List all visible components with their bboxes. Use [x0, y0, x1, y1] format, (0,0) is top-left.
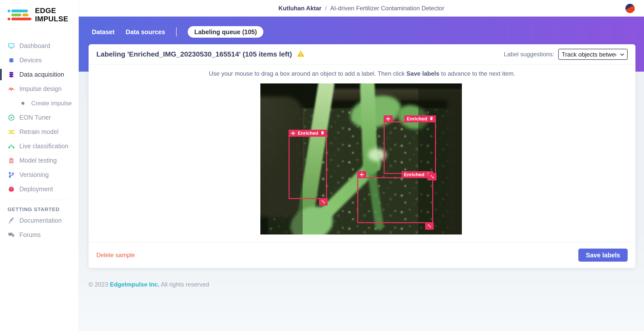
bounding-box[interactable]: Enriched: [357, 177, 433, 223]
footer-company-link[interactable]: EdgeImpulse Inc.: [110, 281, 159, 288]
box-label: Enriched: [404, 172, 424, 177]
sidebar-item-versioning[interactable]: Versioning: [0, 168, 78, 182]
sidebar-item-devices[interactable]: Devices: [0, 53, 78, 67]
sidebar-item-label: Dashboard: [19, 42, 50, 50]
labeling-card: Labeling 'Enriched_IMG_20230530_165514' …: [89, 44, 635, 268]
sidebar-item-deployment[interactable]: Deployment: [0, 182, 78, 196]
sidebar-item-label: Deployment: [19, 185, 53, 193]
instruction-bold: Save labels: [407, 70, 439, 77]
dot-icon: [21, 100, 25, 107]
instruction-pre: Use your mouse to drag a box around an o…: [209, 70, 406, 77]
box-label-tag[interactable]: Enriched: [295, 130, 327, 137]
sidebar-item-data-acquisition[interactable]: Data acquisition: [0, 67, 78, 82]
sidebar-item-live-classification[interactable]: Live classification: [0, 139, 78, 153]
bounding-box[interactable]: Enriched: [384, 121, 436, 174]
tab-labeling-queue[interactable]: Labeling queue (105): [188, 26, 263, 38]
sidebar-item-label: Model testing: [19, 157, 57, 164]
move-handle-icon[interactable]: [384, 115, 393, 122]
box-label: Enriched: [407, 116, 427, 122]
sidebar-item-model-testing[interactable]: Model testing: [0, 153, 78, 168]
resize-handle-icon[interactable]: [425, 222, 434, 230]
label-suggestions: Label suggestions: Track objects between…: [504, 49, 628, 60]
tab-bar: Dataset Data sources Labeling queue (105…: [92, 26, 263, 38]
breadcrumb-separator: /: [325, 5, 327, 12]
trash-icon[interactable]: [320, 130, 325, 136]
logo-bar: [11, 10, 28, 12]
sample-image[interactable]: EnrichedEnrichedEnriched: [260, 83, 462, 234]
move-handle-icon[interactable]: [357, 171, 366, 178]
instruction-text: Use your mouse to drag a box around an o…: [89, 70, 635, 77]
resize-handle-icon[interactable]: [319, 198, 328, 206]
sidebar-item-label: EON Tuner: [19, 114, 51, 121]
footer-copyright: © 2023: [89, 281, 108, 288]
resize-handle-icon[interactable]: [428, 173, 436, 180]
sidebar-item-eon-tuner[interactable]: EON Tuner: [0, 110, 78, 125]
sidebar-item-label: Retrain model: [19, 128, 59, 135]
waveform-icon: [8, 85, 15, 93]
page-footer: © 2023 EdgeImpulse Inc. All rights reser…: [89, 281, 209, 288]
bounding-box[interactable]: Enriched: [289, 136, 327, 199]
logo-dot: [8, 10, 10, 12]
box-label: Enriched: [298, 130, 318, 136]
shuffle-icon: [8, 128, 15, 136]
sidebar-nav: Dashboard Devices Data acquisition Impul…: [0, 39, 78, 242]
sidebar-item-label: Create impulse: [31, 100, 72, 107]
sidebar-item-impulse-design[interactable]: Impulse design: [0, 82, 78, 96]
sidebar-item-label: Live classification: [19, 143, 68, 150]
breadcrumb-user[interactable]: Kutluhan Aktar: [278, 5, 321, 12]
labeling-title-row: Labeling 'Enriched_IMG_20230530_165514' …: [96, 50, 305, 59]
tab-dataset[interactable]: Dataset: [92, 28, 114, 36]
label-suggestions-select[interactable]: Track objects between frames: [558, 49, 628, 60]
database-icon: [8, 71, 15, 78]
logo-dot: [8, 18, 10, 20]
brand-name: EDGE IMPULSE: [35, 7, 78, 23]
topbar: Kutluhan Aktar / AI-driven Fertilizer Co…: [79, 0, 644, 17]
instruction-post: to advance to the next item.: [439, 70, 515, 77]
sidebar-item-label: Documentation: [19, 217, 62, 224]
annotation-layer: EnrichedEnrichedEnriched: [260, 83, 462, 234]
save-labels-button[interactable]: Save labels: [578, 249, 628, 262]
sidebar-item-label: Forums: [19, 231, 41, 239]
sidebar-item-label: Devices: [19, 57, 42, 64]
chat-icon: [8, 231, 15, 239]
card-header: Labeling 'Enriched_IMG_20230530_165514' …: [89, 44, 635, 65]
sidebar-item-label: Impulse design: [19, 85, 62, 92]
getting-started-section-label: GETTING STARTED: [0, 200, 78, 213]
delete-sample-link[interactable]: Delete sample: [96, 252, 135, 259]
tab-separator: [176, 27, 177, 36]
sidebar: EDGE IMPULSE Dashboard Devices Data acqu…: [0, 0, 79, 331]
sidebar-item-forums[interactable]: Forums: [0, 228, 78, 242]
monitor-icon: [8, 42, 15, 50]
rocket-icon: [8, 217, 15, 224]
labeling-title: Labeling 'Enriched_IMG_20230530_165514' …: [96, 50, 292, 58]
sidebar-item-label: Versioning: [19, 171, 49, 178]
tab-data-sources[interactable]: Data sources: [126, 28, 165, 36]
sidebar-item-documentation[interactable]: Documentation: [0, 213, 78, 228]
card-footer: Delete sample Save labels: [89, 242, 635, 268]
sidebar-item-dashboard[interactable]: Dashboard: [0, 39, 78, 53]
logo-bar: [11, 18, 31, 20]
main-area: Kutluhan Aktar / AI-driven Fertilizer Co…: [79, 0, 644, 331]
avatar[interactable]: [625, 4, 635, 13]
chip-icon: [8, 57, 15, 64]
logo-bars-icon: [8, 10, 31, 20]
warning-icon[interactable]: [297, 50, 305, 59]
cube-icon: [8, 185, 15, 193]
label-suggestions-label: Label suggestions:: [504, 51, 554, 58]
edge-impulse-logo[interactable]: EDGE IMPULSE: [0, 0, 78, 23]
sidebar-item-retrain-model[interactable]: Retrain model: [0, 125, 78, 139]
bezier-icon: [8, 143, 15, 150]
sidebar-item-label: Data acquisition: [19, 71, 64, 78]
breadcrumb: Kutluhan Aktar / AI-driven Fertilizer Co…: [278, 5, 444, 12]
footer-rights: All rights reserved: [161, 281, 209, 288]
logo-bar: [22, 14, 28, 16]
breadcrumb-project[interactable]: AI-driven Fertilizer Contamination Detec…: [330, 5, 445, 12]
active-indicator: [0, 69, 2, 80]
box-label-tag[interactable]: Enriched: [404, 115, 436, 122]
label-suggestions-select-wrap: Track objects between frames: [558, 49, 628, 60]
logo-bar: [11, 14, 21, 16]
compass-icon: [8, 114, 15, 121]
branch-icon: [8, 171, 15, 179]
sidebar-item-create-impulse[interactable]: Create impulse: [0, 96, 78, 110]
trash-icon[interactable]: [429, 116, 433, 122]
